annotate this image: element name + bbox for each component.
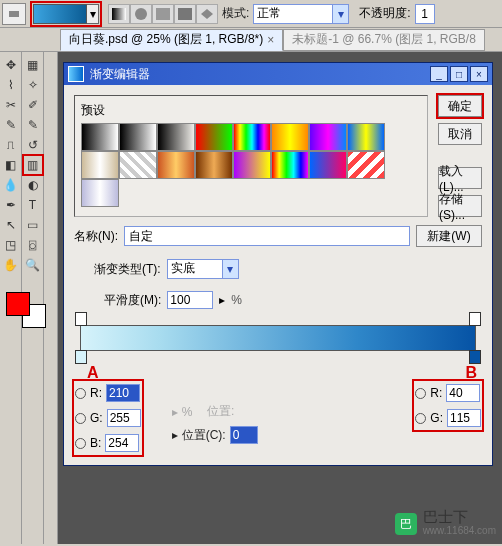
diamond-gradient-icon[interactable]	[196, 4, 218, 24]
radio-g-b[interactable]	[415, 413, 426, 424]
gradient-picker-highlight: ▾	[30, 1, 102, 27]
r-input-a[interactable]	[106, 384, 140, 402]
maximize-icon[interactable]: □	[450, 66, 468, 82]
preset-panel: 预设	[74, 95, 428, 217]
opacity-label: 不透明度:	[359, 5, 410, 22]
preset-swatch[interactable]	[119, 151, 157, 179]
gradient-types	[108, 4, 218, 24]
preset-swatch[interactable]	[81, 179, 119, 207]
radial-gradient-icon[interactable]	[130, 4, 152, 24]
eraser-tool-icon[interactable]: ◧	[2, 156, 20, 174]
dialog-titlebar[interactable]: 渐变编辑器 _ □ ×	[64, 63, 492, 85]
move-tool-icon[interactable]: ✥	[2, 56, 20, 74]
svg-rect-3	[156, 8, 170, 20]
radio-r-a[interactable]	[75, 388, 86, 399]
r-input-b[interactable]	[446, 384, 480, 402]
fg-color[interactable]	[6, 292, 30, 316]
preset-swatch[interactable]	[233, 123, 271, 151]
preset-swatch[interactable]	[309, 123, 347, 151]
preset-swatch[interactable]	[157, 123, 195, 151]
radio-b-a[interactable]	[75, 438, 86, 449]
gradient-preview[interactable]	[33, 4, 87, 24]
location-input[interactable]	[230, 426, 258, 444]
blur-tool-icon[interactable]: 💧	[2, 176, 20, 194]
radio-g-a[interactable]	[75, 413, 86, 424]
watermark-text1: 巴士下	[423, 510, 496, 524]
mode-select-arrow[interactable]: ▾	[333, 4, 349, 24]
name-input[interactable]	[124, 226, 410, 246]
color-stop-right[interactable]	[469, 350, 481, 364]
cancel-button[interactable]: 取消	[438, 123, 482, 145]
color-stop-left[interactable]	[75, 350, 87, 364]
close-icon[interactable]: ×	[470, 66, 488, 82]
preset-swatch[interactable]	[347, 151, 385, 179]
preset-swatch[interactable]	[309, 151, 347, 179]
preset-swatch[interactable]	[195, 151, 233, 179]
close-icon[interactable]: ×	[267, 33, 274, 47]
wand-tool-icon[interactable]: ✧	[24, 76, 42, 94]
camera-tool-icon[interactable]: ⌼	[24, 236, 42, 254]
preset-swatch[interactable]	[347, 123, 385, 151]
heal-tool-icon[interactable]: ✎	[2, 116, 20, 134]
pen-tool-icon[interactable]: ✒	[2, 196, 20, 214]
linear-gradient-icon[interactable]	[108, 4, 130, 24]
opacity-stop-left[interactable]	[75, 312, 87, 326]
tab-untitled[interactable]: 未标题-1 @ 66.7% (图层 1, RGB/8	[283, 29, 485, 51]
gradient-bar[interactable]: A B	[80, 325, 476, 351]
preset-swatch[interactable]	[195, 123, 233, 151]
save-button[interactable]: 存储(S)...	[438, 195, 482, 217]
ok-button[interactable]: 确定	[438, 95, 482, 117]
crop-tool-icon[interactable]: ✂	[2, 96, 20, 114]
svg-marker-5	[201, 9, 213, 19]
preset-swatch[interactable]	[81, 123, 119, 151]
smoothness-arrow-icon[interactable]: ▸	[219, 293, 225, 307]
dodge-tool-icon[interactable]: ◐	[24, 176, 42, 194]
new-button[interactable]: 新建(W)	[416, 225, 482, 247]
eyedrop-tool-icon[interactable]: ✐	[24, 96, 42, 114]
g-input-b[interactable]	[447, 409, 481, 427]
color-swatch[interactable]	[6, 292, 46, 328]
preset-swatch[interactable]	[271, 151, 309, 179]
hand-tool-icon[interactable]: ✋	[2, 256, 20, 274]
opacity-input[interactable]	[415, 4, 435, 24]
gradient-tool-icon[interactable]: ▥	[24, 156, 42, 174]
lasso-tool-icon[interactable]: ⌇	[2, 76, 20, 94]
gradient-type-label: 渐变类型(T):	[94, 261, 161, 278]
preset-swatch[interactable]	[233, 151, 271, 179]
brush-tool-icon[interactable]: ✎	[24, 116, 42, 134]
angle-gradient-icon[interactable]	[152, 4, 174, 24]
history-brush-icon[interactable]: ↺	[24, 136, 42, 154]
preset-swatch[interactable]	[157, 151, 195, 179]
gradient-type-arrow[interactable]: ▾	[223, 259, 239, 279]
minimize-icon[interactable]: _	[430, 66, 448, 82]
load-button[interactable]: 载入(L)...	[438, 167, 482, 189]
preset-swatch[interactable]	[119, 123, 157, 151]
tool-preset-btn[interactable]	[2, 3, 26, 25]
percent-label: %	[231, 293, 242, 307]
gradient-editor-dialog: 渐变编辑器 _ □ × 预设 确定 取消 载入(L)...	[63, 62, 493, 466]
g-input-a[interactable]	[107, 409, 141, 427]
gradient-type-select[interactable]: 实底	[167, 259, 223, 279]
mode-select[interactable]: 正常	[253, 4, 333, 24]
gradient-dropdown[interactable]: ▾	[87, 4, 99, 24]
shape-tool-icon[interactable]: ▭	[24, 216, 42, 234]
opacity-stop-right[interactable]	[469, 312, 481, 326]
marker-b: B	[465, 364, 477, 382]
svg-rect-1	[112, 8, 126, 20]
reflected-gradient-icon[interactable]	[174, 4, 196, 24]
path-tool-icon[interactable]: ↖	[2, 216, 20, 234]
stamp-tool-icon[interactable]: ⎍	[2, 136, 20, 154]
preset-swatch[interactable]	[81, 151, 119, 179]
radio-r-b[interactable]	[415, 388, 426, 399]
type-tool-icon[interactable]: T	[24, 196, 42, 214]
dialog-icon	[68, 66, 84, 82]
zoom-tool-icon[interactable]: 🔍	[24, 256, 42, 274]
b-input-a[interactable]	[105, 434, 139, 452]
location-row: ▸ 位置(C):	[172, 426, 258, 444]
marquee-tool-icon[interactable]: ▦	[24, 56, 42, 74]
smoothness-input[interactable]	[167, 291, 213, 309]
tab-sunflower[interactable]: 向日葵.psd @ 25% (图层 1, RGB/8*) ×	[60, 29, 283, 51]
3d-tool-icon[interactable]: ◳	[2, 236, 20, 254]
preset-swatch[interactable]	[271, 123, 309, 151]
smoothness-label: 平滑度(M):	[104, 292, 161, 309]
